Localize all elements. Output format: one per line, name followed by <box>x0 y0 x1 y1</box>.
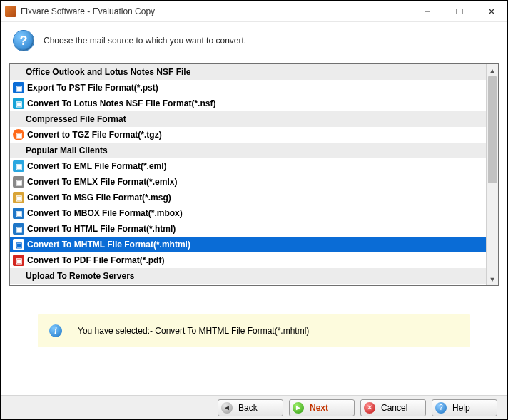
list-header: Upload To Remote Servers <box>10 268 486 284</box>
minimize-button[interactable] <box>411 1 443 22</box>
help-label: Help <box>452 403 470 413</box>
scrollbar[interactable]: ▲ ▼ <box>486 64 498 285</box>
next-button[interactable]: ► Next <box>289 399 355 416</box>
list-item[interactable]: ▣Convert To EMLX File Format(*.emlx) <box>10 174 486 190</box>
list-item-label: Upload To Remote Servers <box>26 271 134 281</box>
format-list: Office Outlook and Lotus Notes NSF File▣… <box>9 63 499 286</box>
emlx-icon: ▣ <box>13 176 24 188</box>
svg-rect-1 <box>457 9 462 14</box>
cancel-icon: ✕ <box>364 402 375 414</box>
list-item-label: Compressed File Format <box>26 114 126 124</box>
selection-text: You have selected:- Convert To MHTML Fil… <box>78 326 309 336</box>
app-icon <box>5 6 16 17</box>
list-item-label: Popular Mail Clients <box>26 145 108 155</box>
cancel-label: Cancel <box>381 403 407 413</box>
list-item[interactable]: ▣Export To PST File Format(*.pst) <box>10 80 486 96</box>
instruction-text: Choose the mail source to which you want… <box>44 36 246 46</box>
selection-banner: i You have selected:- Convert To MHTML F… <box>38 314 470 347</box>
format-list-body[interactable]: Office Outlook and Lotus Notes NSF File▣… <box>10 64 486 285</box>
list-item[interactable]: ▣Convert To MBOX File Format(*.mbox) <box>10 205 486 221</box>
list-item-label: Convert to TGZ File Format(*.tgz) <box>27 130 162 140</box>
window-title: Fixvare Software - Evaluation Copy <box>21 6 411 16</box>
list-item[interactable]: ▣Convert To MSG File Format(*.msg) <box>10 190 486 205</box>
back-label: Back <box>238 403 258 413</box>
cancel-button[interactable]: ✕ Cancel <box>360 399 426 416</box>
notes-icon: ▣ <box>13 98 24 109</box>
list-item-label: Convert To MSG File Format(*.msg) <box>27 193 171 203</box>
instruction-row: ? Choose the mail source to which you wa… <box>1 22 507 63</box>
list-header: Office Outlook and Lotus Notes NSF File <box>10 64 486 80</box>
back-icon: ◄ <box>221 402 233 414</box>
html-icon: ▣ <box>13 223 24 235</box>
list-item-label: Convert To MHTML File Format(*.mhtml) <box>27 240 190 250</box>
scroll-thumb[interactable] <box>488 76 497 183</box>
footer: ◄ Back ► Next ✕ Cancel ? Help <box>1 395 507 419</box>
list-item-label: Office Outlook and Lotus Notes NSF File <box>26 67 190 77</box>
mhtml-icon: ▣ <box>13 239 24 250</box>
help-icon: ? <box>435 402 447 414</box>
scroll-up-arrow[interactable]: ▲ <box>487 64 498 76</box>
list-item-label: Convert To HTML File Format(*.html) <box>27 224 176 234</box>
msg-icon: ▣ <box>13 192 24 203</box>
question-icon: ? <box>14 31 34 51</box>
list-item-label: Export To PST File Format(*.pst) <box>27 83 158 93</box>
list-item-label: Convert To MBOX File Format(*.mbox) <box>27 208 183 218</box>
list-item-label: Convert To Lotus Notes NSF File Format(*… <box>27 98 215 108</box>
list-item[interactable]: ▣Convert To PDF File Format(*.pdf) <box>10 252 486 268</box>
next-label: Next <box>310 403 328 413</box>
list-item-label: Convert To EML File Format(*.eml) <box>27 161 167 171</box>
close-button[interactable] <box>475 1 507 22</box>
pdf-icon: ▣ <box>13 255 24 266</box>
mbox-icon: ▣ <box>13 208 24 219</box>
list-item-label: Convert To EMLX File Format(*.emlx) <box>27 177 177 187</box>
list-header: Popular Mail Clients <box>10 143 486 158</box>
list-item-label: Convert To PDF File Format(*.pdf) <box>27 255 164 265</box>
titlebar: Fixvare Software - Evaluation Copy <box>1 1 507 22</box>
help-button[interactable]: ? Help <box>432 399 497 416</box>
eml-icon: ▣ <box>13 160 24 172</box>
maximize-button[interactable] <box>443 1 475 22</box>
list-item[interactable]: ▣Convert To Lotus Notes NSF File Format(… <box>10 96 486 111</box>
outlook-icon: ▣ <box>13 82 24 93</box>
tgz-icon: ▣ <box>13 129 24 140</box>
list-item[interactable]: ▣Convert to TGZ File Format(*.tgz) <box>10 127 486 143</box>
list-header: Compressed File Format <box>10 111 486 127</box>
list-item[interactable]: ▣Convert To EML File Format(*.eml) <box>10 158 486 174</box>
back-button[interactable]: ◄ Back <box>218 399 283 416</box>
list-item[interactable]: ▣Convert To MHTML File Format(*.mhtml) <box>10 237 486 252</box>
scroll-down-arrow[interactable]: ▼ <box>487 273 498 285</box>
info-icon: i <box>49 324 62 337</box>
next-icon: ► <box>293 402 304 414</box>
list-item[interactable]: ▣Convert To HTML File Format(*.html) <box>10 221 486 237</box>
